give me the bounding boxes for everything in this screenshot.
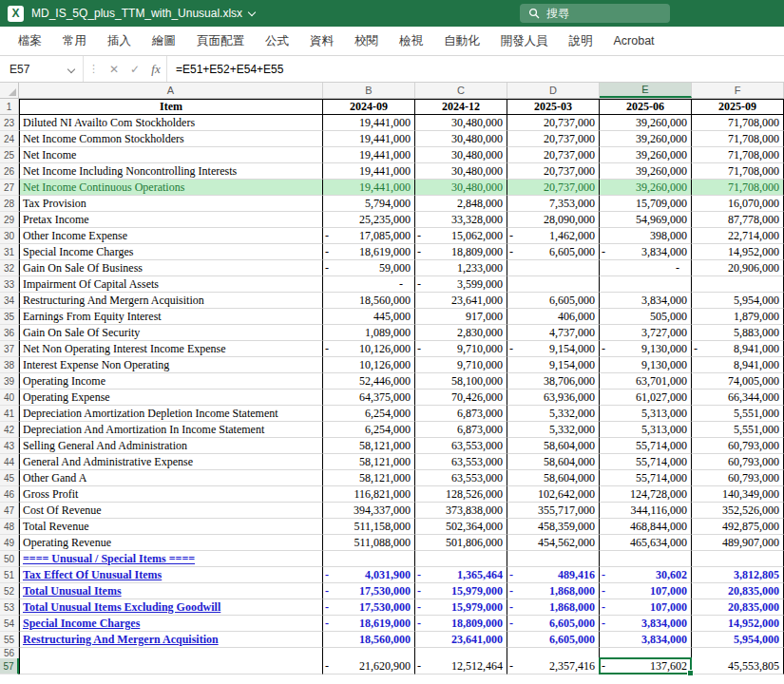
cell-D25[interactable]: 20,737,000 — [507, 147, 600, 163]
cell-A47[interactable]: Cost Of Revenue — [19, 503, 323, 519]
cell-C37[interactable]: -9,710,000 — [415, 341, 507, 357]
cell-B45[interactable]: 58,121,000 — [323, 470, 415, 486]
row-header-53[interactable]: 53 — [0, 599, 19, 616]
cell-A53[interactable]: Total Unusual Items Excluding Goodwill — [19, 599, 323, 616]
cell-E42[interactable]: 5,313,000 — [600, 422, 692, 438]
cell-E37[interactable]: -9,130,000 — [600, 341, 692, 357]
cell-F51[interactable]: 3,812,805 — [692, 567, 784, 583]
cell-B51[interactable]: -4,031,900 — [323, 567, 415, 583]
cell-D29[interactable]: 28,090,000 — [507, 212, 600, 228]
cell-F40[interactable]: 66,344,000 — [692, 390, 784, 406]
cell-F53[interactable]: 20,835,000 — [692, 599, 784, 616]
cell-B31[interactable]: -18,619,000 — [323, 244, 415, 260]
cell-E34[interactable]: 3,834,000 — [600, 293, 692, 309]
row-header-42[interactable]: 42 — [0, 422, 19, 438]
ribbon-tab-formulas[interactable]: 公式 — [255, 27, 299, 55]
cell-F28[interactable]: 16,070,000 — [692, 196, 784, 212]
cell-E27[interactable]: 39,260,000 — [600, 180, 692, 196]
cell-C26[interactable]: 30,480,000 — [415, 163, 507, 180]
cell-B24[interactable]: 19,441,000 — [323, 131, 415, 147]
cell-C48[interactable]: 502,364,000 — [415, 519, 507, 535]
ribbon-tab-data[interactable]: 資料 — [299, 27, 344, 55]
cell-A32[interactable]: Gain On Sale Of Business — [19, 260, 323, 276]
cell-A44[interactable]: General And Administrative Expense — [19, 454, 323, 470]
cell-E24[interactable]: 39,260,000 — [600, 131, 692, 147]
cell-E49[interactable]: 465,634,000 — [600, 535, 692, 551]
cell-D47[interactable]: 355,717,000 — [507, 503, 600, 519]
row-header-25[interactable]: 25 — [0, 147, 19, 163]
cell-F55[interactable]: 5,954,000 — [692, 632, 784, 648]
cell-D38[interactable]: 9,154,000 — [507, 357, 600, 373]
cell-D36[interactable]: 4,737,000 — [507, 325, 600, 341]
ribbon-tab-file[interactable]: 檔案 — [8, 27, 52, 55]
cell-B42[interactable]: 6,254,000 — [323, 422, 415, 438]
cell-F54[interactable]: 14,952,000 — [692, 616, 784, 632]
cell-F23[interactable]: 71,708,000 — [692, 115, 784, 131]
cell-A41[interactable]: Depreciation Amortization Depletion Inco… — [19, 406, 323, 422]
row-header-55[interactable]: 55 — [0, 632, 19, 648]
cell-C43[interactable]: 63,553,000 — [415, 438, 507, 454]
cell-F24[interactable]: 71,708,000 — [692, 131, 784, 147]
cell-D31[interactable]: -6,605,000 — [507, 244, 600, 260]
cell-C30[interactable]: -15,062,000 — [415, 228, 507, 244]
ribbon-tab-home[interactable]: 常用 — [52, 27, 97, 55]
cell-D49[interactable]: 454,562,000 — [507, 535, 600, 551]
row-header-45[interactable]: 45 — [0, 470, 19, 486]
cell-F34[interactable]: 5,954,000 — [692, 293, 784, 309]
cell-B41[interactable]: 6,254,000 — [323, 406, 415, 422]
cell-F41[interactable]: 5,551,000 — [692, 406, 784, 422]
cell-C40[interactable]: 70,426,000 — [415, 390, 507, 406]
row-header-29[interactable]: 29 — [0, 212, 19, 228]
cell-C1[interactable]: 2024-12 — [415, 99, 507, 115]
cell-D26[interactable]: 20,737,000 — [507, 163, 600, 180]
cell-A23[interactable]: Diluted NI Availto Com Stockholders — [19, 115, 323, 131]
cell-A39[interactable]: Operating Income — [19, 373, 323, 390]
cell-B57[interactable]: -21,620,900 — [323, 658, 415, 674]
cell-A48[interactable]: Total Revenue — [19, 519, 323, 535]
cell-E52[interactable]: -107,000 — [600, 583, 692, 599]
cell-D52[interactable]: -1,868,000 — [507, 583, 600, 599]
cell-A30[interactable]: Other Income Expense — [19, 228, 323, 244]
cell-C24[interactable]: 30,480,000 — [415, 131, 507, 147]
cell-A55[interactable]: Restructuring And Mergern Acquisition — [19, 632, 323, 648]
ribbon-tab-review[interactable]: 校閱 — [344, 27, 389, 55]
cell-C38[interactable]: 9,710,000 — [415, 357, 507, 373]
cell-E44[interactable]: 55,714,000 — [600, 454, 692, 470]
enter-button[interactable]: ✓ — [124, 56, 145, 82]
row-header-49[interactable]: 49 — [0, 535, 19, 551]
cell-C41[interactable]: 6,873,000 — [415, 406, 507, 422]
cell-A37[interactable]: Net Non Operating Interest Income Expens… — [19, 341, 323, 357]
cell-D48[interactable]: 458,359,000 — [507, 519, 600, 535]
cell-E25[interactable]: 39,260,000 — [600, 147, 692, 163]
cell-F47[interactable]: 352,526,000 — [692, 503, 784, 519]
column-header-b[interactable]: B — [323, 83, 415, 98]
cell-B55[interactable]: 18,560,000 — [323, 632, 415, 648]
row-header-30[interactable]: 30 — [0, 228, 19, 244]
cell-E57[interactable]: -137,602 — [600, 658, 692, 674]
cell-A31[interactable]: Special Income Charges — [19, 244, 323, 260]
cell-C32[interactable]: 1,233,000 — [415, 260, 507, 276]
cell-E40[interactable]: 61,027,000 — [600, 390, 692, 406]
cell-F35[interactable]: 1,879,000 — [692, 309, 784, 325]
cell-A1[interactable]: Item — [19, 99, 323, 115]
cell-D54[interactable]: -6,605,000 — [507, 616, 600, 632]
cell-B30[interactable]: -17,085,000 — [323, 228, 415, 244]
row-header-1[interactable]: 1 — [0, 99, 19, 115]
row-header-43[interactable]: 43 — [0, 438, 19, 454]
cell-E30[interactable]: 398,000 — [600, 228, 692, 244]
cell-A49[interactable]: Operating Revenue — [19, 535, 323, 551]
cell-F49[interactable]: 489,907,000 — [692, 535, 784, 551]
cell-D53[interactable]: -1,868,000 — [507, 599, 600, 616]
cell-E48[interactable]: 468,844,000 — [600, 519, 692, 535]
cell-D39[interactable]: 38,706,000 — [507, 373, 600, 390]
row-header-33[interactable]: 33 — [0, 276, 19, 293]
cell-A52[interactable]: Total Unusual Items — [19, 583, 323, 599]
cell-E51[interactable]: -30,602 — [600, 567, 692, 583]
cell-C44[interactable]: 63,553,000 — [415, 454, 507, 470]
cell-C42[interactable]: 6,873,000 — [415, 422, 507, 438]
cell-C35[interactable]: 917,000 — [415, 309, 507, 325]
ribbon-tab-developer[interactable]: 開發人員 — [490, 27, 559, 55]
cell-E47[interactable]: 344,116,000 — [600, 503, 692, 519]
row-header-32[interactable]: 32 — [0, 260, 19, 276]
row-header-27[interactable]: 27 — [0, 180, 19, 196]
